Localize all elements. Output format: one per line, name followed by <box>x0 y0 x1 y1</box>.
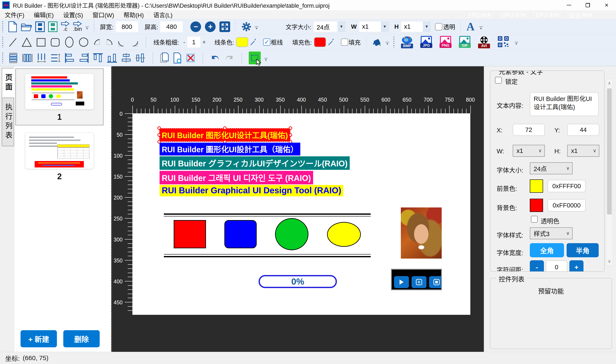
line-width-input[interactable]: 1 <box>187 37 200 48</box>
lock-checkbox[interactable] <box>495 77 502 84</box>
select-tool-button-active[interactable] <box>249 52 261 64</box>
design-canvas[interactable]: RUI Builder 图形化UI设计工具(瑞佑)RUI Builder 圖形化… <box>132 113 470 315</box>
border-checkbox[interactable]: ✓ <box>263 39 270 46</box>
w-scale-select[interactable]: x1▼ <box>359 21 389 32</box>
selection-handle[interactable] <box>289 126 292 130</box>
redo-button[interactable] <box>224 52 235 63</box>
center-vertical-button[interactable] <box>121 52 131 63</box>
canvas-text-4[interactable]: RUI Builder 그래픽 UI 디자인 도구 (RAIO) <box>159 171 313 184</box>
arc-bottomright-tool[interactable] <box>130 39 139 48</box>
y-input[interactable]: 44 <box>567 124 599 136</box>
page-2-thumbnail[interactable] <box>25 133 94 169</box>
center-horizontal-button[interactable] <box>135 52 146 63</box>
properties-scrollbar[interactable]: ∧ ∨ <box>606 79 613 266</box>
bg-color-swatch[interactable] <box>530 199 543 212</box>
menu-file[interactable]: 文件(F) <box>0 11 29 19</box>
blue-rounded-rectangle[interactable] <box>224 220 257 248</box>
canvas-text-1[interactable]: RUI Builder 图形化UI设计工具(瑞佑) <box>159 129 290 141</box>
fill-checkbox[interactable] <box>341 39 348 46</box>
font-size-select[interactable]: 24点∨ <box>530 162 573 174</box>
selection-handle[interactable] <box>157 126 161 130</box>
yellow-ellipse[interactable] <box>327 222 361 247</box>
delete-page-button[interactable]: 删除 <box>63 330 100 347</box>
delete-element-button[interactable] <box>185 53 196 63</box>
line-width-plus[interactable]: + <box>202 39 206 46</box>
rounded-rectangle-tool[interactable] <box>50 37 60 47</box>
menu-settings[interactable]: 设置(S) <box>58 11 88 19</box>
settings-button[interactable] <box>241 22 251 32</box>
spacing-plus-button[interactable]: + <box>569 260 583 272</box>
space-vertical-button[interactable] <box>50 52 61 63</box>
save-as-button[interactable] <box>48 21 58 32</box>
selection-handle[interactable] <box>223 126 226 130</box>
stop-button[interactable] <box>429 276 442 288</box>
paint-bucket-button[interactable] <box>371 37 382 48</box>
spacing-input[interactable]: 0 <box>546 260 567 272</box>
font-button[interactable]: A <box>467 20 475 33</box>
page-item-2[interactable]: 2 <box>15 128 104 183</box>
pause-button[interactable] <box>411 276 427 288</box>
line-color-picker[interactable] <box>250 38 256 46</box>
triangle-tool[interactable] <box>21 37 32 47</box>
line-width-minus[interactable]: - <box>183 39 185 46</box>
scroll-down-arrow[interactable]: ∨ <box>606 257 613 266</box>
line-color-swatch[interactable] <box>236 37 248 47</box>
ellipse-tool[interactable] <box>64 36 74 48</box>
copy-button[interactable] <box>160 52 169 64</box>
x-input[interactable]: 72 <box>513 124 545 136</box>
tab-pages[interactable]: 页面 <box>2 68 14 98</box>
import-png-button[interactable]: PNG <box>439 36 452 48</box>
progress-bar[interactable]: 0% <box>259 275 337 288</box>
toolbar-overflow[interactable]: ▾ <box>514 42 518 45</box>
scrollbar-thumb[interactable] <box>607 88 612 215</box>
fg-color-hex-input[interactable]: 0xFFFF00 <box>548 180 586 192</box>
green-circle[interactable] <box>275 218 308 250</box>
transparent-checkbox[interactable] <box>435 23 442 30</box>
transparent-color-checkbox[interactable] <box>531 216 538 223</box>
open-file-button[interactable] <box>21 22 32 32</box>
fit-screen-button[interactable] <box>220 21 230 32</box>
separator-line-top[interactable] <box>164 213 371 216</box>
paste-button[interactable] <box>173 52 182 64</box>
w-select[interactable]: x1∨ <box>513 145 545 157</box>
photo-image[interactable] <box>401 208 442 259</box>
distribute-vertical-button[interactable] <box>22 52 33 63</box>
page-1-thumbnail[interactable] <box>25 74 94 109</box>
fg-color-swatch[interactable] <box>530 180 543 193</box>
qr-code-button[interactable] <box>497 36 510 48</box>
bg-color-hex-input[interactable]: 0xFF0000 <box>548 199 586 211</box>
half-width-button[interactable]: 半角 <box>567 243 599 257</box>
arc-topright-tool[interactable] <box>105 38 114 46</box>
new-file-button[interactable] <box>8 21 17 32</box>
minimize-button[interactable] <box>560 0 578 10</box>
toolbar-grip[interactable] <box>393 37 394 48</box>
toolbar-overflow[interactable]: ▾ <box>264 58 268 61</box>
scroll-up-arrow[interactable]: ∧ <box>606 79 613 88</box>
save-button[interactable] <box>35 21 45 32</box>
align-top-button[interactable] <box>93 52 103 63</box>
toolbar-overflow[interactable]: ▾ <box>254 26 259 30</box>
play-button[interactable] <box>394 276 409 288</box>
fill-color-picker[interactable] <box>328 38 334 46</box>
toolbar-grip[interactable] <box>2 21 3 32</box>
import-gif-button[interactable]: GIF <box>459 36 471 48</box>
canvas-text-2[interactable]: RUI Builder 圖形化UI設計工具（瑞佑） <box>159 143 300 156</box>
toolbar-grip[interactable] <box>2 37 3 48</box>
selection-handle[interactable] <box>289 133 292 137</box>
close-button[interactable]: × <box>597 0 616 10</box>
import-avi-button[interactable]: AVI <box>478 36 490 48</box>
export-bin-button[interactable]: .bin <box>73 21 82 32</box>
canvas-region[interactable]: 0501001502002503003504004505005506006507… <box>111 66 484 352</box>
toolbar-overflow[interactable]: ▾ <box>385 42 390 45</box>
screen-height-input[interactable]: 480 <box>160 21 183 32</box>
toolbar-overflow[interactable]: ▾ <box>85 26 89 30</box>
restore-button[interactable] <box>578 0 597 10</box>
canvas-text-3[interactable]: RUI Builder グラフィカルUIデザインツール(RAIO) <box>159 156 350 170</box>
space-horizontal-button[interactable] <box>36 52 47 63</box>
circle-tool[interactable] <box>78 37 89 48</box>
tab-execution-list[interactable]: 执行列表 <box>2 98 14 146</box>
font-style-select[interactable]: 样式3∨ <box>530 227 573 239</box>
selection-handle[interactable] <box>157 133 161 137</box>
rectangle-tool[interactable] <box>36 37 46 47</box>
zoom-out-button[interactable]: − <box>190 21 201 32</box>
